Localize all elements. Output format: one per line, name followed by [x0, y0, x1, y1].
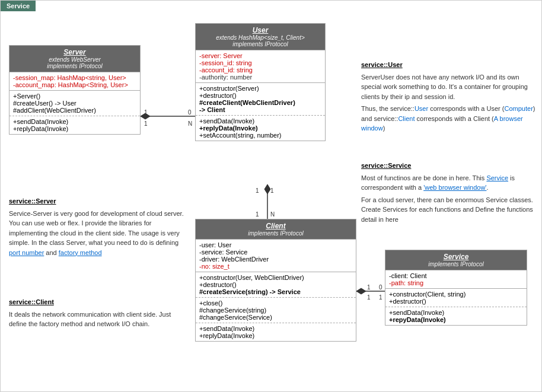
client-implements: implements IProtocol: [199, 230, 352, 237]
server-implements: implements IProtocol: [13, 63, 136, 69]
server-method-3: #addClient(WebClientDriver): [13, 107, 136, 114]
user-attr-2: -session_id: string: [199, 59, 321, 66]
mult-server-user-1b: 1: [144, 120, 148, 127]
mult-client-service-1c: 1: [379, 294, 382, 301]
service-class-name: Service: [389, 253, 523, 261]
mult-server-user-0: 0: [188, 109, 192, 116]
client-method-1: +constructor(User, WebClientDriver): [199, 274, 352, 281]
user-method-1: +constructor(Server): [199, 85, 321, 92]
service-implements: implements IProtocol: [389, 261, 523, 267]
client-class-name: Client: [199, 222, 352, 230]
mult-user-client-1b: 1: [270, 187, 274, 194]
client-methods-1: +constructor(User, WebClientDriver) +des…: [196, 272, 356, 297]
service-methods-1: +constructor(Client, string) +destructor…: [385, 288, 527, 307]
server-method-2: #createUser() -> User: [13, 100, 136, 107]
annotation-service-user-title: service::User: [361, 60, 536, 70]
service-attr-2: -path: string: [389, 279, 523, 286]
client-methods-2: +close() #changeService(string) #changeS…: [196, 297, 356, 323]
server-class-box: Server extends WebServer implements IPro…: [9, 45, 141, 135]
user-method-6: +replyData(Invoke): [199, 125, 321, 132]
mult-server-user-N: N: [188, 120, 192, 127]
server-methods-1: +Server() #createUser() -> User #addClie…: [9, 90, 140, 116]
client-class-box: Client implements IProtocol -user: User …: [195, 219, 356, 342]
annotation-service-client: service::Client It deals the network com…: [9, 297, 187, 329]
service-method-1: +constructor(Client, string): [389, 291, 523, 298]
server-method-1: +Server(): [13, 93, 136, 100]
server-attr-1: -session_map: HashMap<string, User>: [13, 74, 136, 81]
annotation-service-user-p2: Thus, the service::User corresponds with…: [361, 104, 536, 133]
client-method-6: #changeService(Service): [199, 314, 352, 321]
client-method-3: #createService(string) -> Service: [199, 288, 352, 295]
client-method-5: #changeService(string): [199, 307, 352, 314]
mult-server-user-1: 1: [144, 109, 148, 116]
client-attributes: -user: User -service: Service -driver: W…: [196, 239, 356, 272]
service-methods-2: +sendData(Invoke) +repyData(Invoke): [385, 307, 527, 325]
user-methods-2: +sendData(Invoke) +replyData(Invoke) +se…: [196, 115, 325, 141]
mult-client-service-0: 0: [379, 284, 382, 291]
client-method-4: +close(): [199, 299, 352, 307]
server-method-4: +sendData(Invoke): [13, 118, 136, 125]
client-method-7: +sendData(Invoke): [199, 325, 352, 332]
svg-marker-3: [264, 184, 270, 194]
server-methods-2: +sendData(Invoke) +replyData(Invoke): [9, 116, 140, 134]
svg-marker-5: [356, 288, 366, 294]
user-header: User extends HashMap<size_t, Client> imp…: [196, 24, 325, 50]
main-container: Service 1 0 1 N 1 1 1 N 1 0 1 1 Server e…: [0, 0, 542, 392]
server-method-5: +replyData(Invoke): [13, 125, 136, 132]
server-extends: extends WebServer: [13, 56, 136, 63]
mult-user-client-1a: 1: [256, 187, 259, 194]
user-method-2: +destructor(): [199, 92, 321, 99]
user-method-7: +setAccount(string, number): [199, 132, 321, 139]
annotation-service-service-p1: Most of functinos are be done in here. T…: [361, 173, 536, 193]
annotation-service-user: service::User ServerUser does not have a…: [361, 60, 536, 133]
service-header: Service implements IProtocol: [385, 250, 527, 270]
server-attributes: -session_map: HashMap<string, User> -acc…: [9, 72, 140, 90]
server-header: Server extends WebServer implements IPro…: [9, 46, 140, 72]
user-attr-3: -account_id: string: [199, 66, 321, 74]
client-attr-2: -service: Service: [199, 248, 352, 256]
annotation-service-client-title: service::Client: [9, 297, 187, 307]
service-attributes: -client: Client -path: string: [385, 270, 527, 288]
user-method-4: -> Client: [199, 106, 321, 113]
client-method-8: +replyData(Invoke): [199, 332, 352, 339]
annotation-service-client-p1: It deals the network communication with …: [9, 310, 187, 329]
mult-user-client-1c: 1: [256, 211, 259, 218]
user-class-name: User: [199, 26, 321, 34]
annotation-service-service-p2: For a cloud server, there can be enormou…: [361, 195, 536, 225]
user-implements: implements IProtocol: [199, 41, 321, 47]
client-methods-3: +sendData(Invoke) +replyData(Invoke): [196, 323, 356, 341]
server-class-name: Server: [13, 48, 136, 56]
service-method-4: +repyData(Invoke): [389, 316, 523, 323]
client-attr-1: -user: User: [199, 241, 352, 248]
server-attr-2: -account_map: HashMap<String, User>: [13, 81, 136, 88]
annotation-service-server-title: service::Server: [9, 196, 187, 206]
annotation-service-user-p1: ServerUser does not have any network I/O…: [361, 72, 536, 102]
mult-client-service-1: 1: [367, 284, 371, 291]
service-class-box: Service implements IProtocol -client: Cl…: [385, 250, 527, 326]
user-attr-4: -authority: number: [199, 74, 321, 81]
client-header: Client implements IProtocol: [196, 219, 356, 239]
annotation-service-service-title: service::Service: [361, 161, 536, 171]
service-method-2: +destructor(): [389, 298, 523, 305]
user-attributes: -server: Server -session_id: string -acc…: [196, 50, 325, 82]
user-method-5: +sendData(Invoke): [199, 117, 321, 125]
user-methods-1: +constructor(Server) +destructor() #crea…: [196, 82, 325, 115]
mult-user-client-N: N: [270, 211, 275, 218]
user-extends: extends HashMap<size_t, Client>: [199, 34, 321, 41]
annotation-service-server-p1: Service-Server is very good for developm…: [9, 209, 187, 258]
tab-label[interactable]: Service: [1, 1, 36, 11]
user-class-box: User extends HashMap<size_t, Client> imp…: [195, 23, 326, 141]
mult-client-service-1b: 1: [367, 294, 371, 301]
service-attr-1: -client: Client: [389, 272, 523, 279]
service-method-3: +sendData(Invoke): [389, 309, 523, 316]
client-method-2: +destructor(): [199, 281, 352, 288]
annotation-service-service: service::Service Most of functinos are b…: [361, 161, 536, 224]
user-method-3: #createClient(WebClientDriver): [199, 99, 321, 106]
client-attr-4: -no: size_t: [199, 263, 352, 270]
user-attr-1: -server: Server: [199, 52, 321, 59]
client-attr-3: -driver: WebClientDriver: [199, 256, 352, 263]
annotation-service-server: service::Server Service-Server is very g…: [9, 196, 187, 257]
